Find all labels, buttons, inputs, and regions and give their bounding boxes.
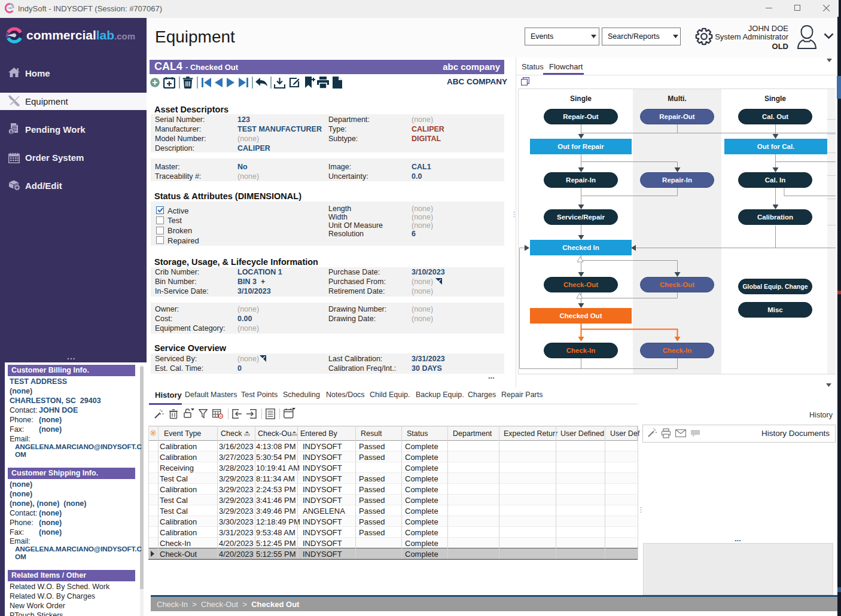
svg-text:$: $: [10, 129, 13, 135]
